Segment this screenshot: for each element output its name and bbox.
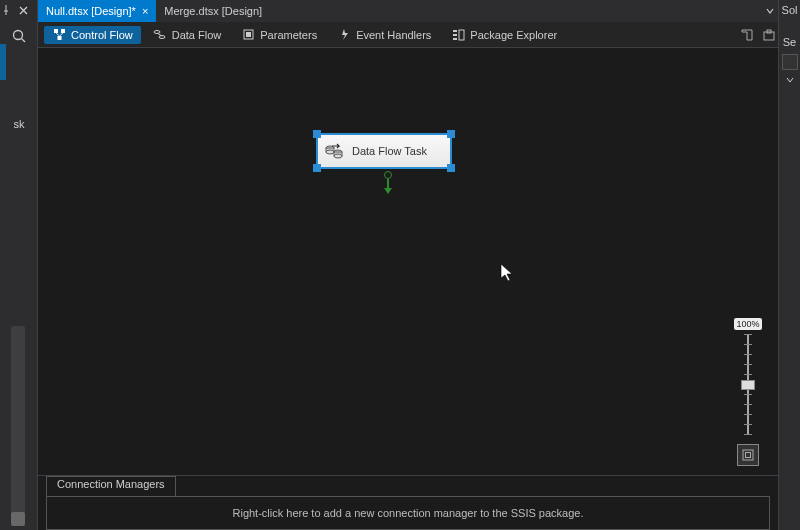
right-panel-icon[interactable] [782,54,798,70]
right-sidebar: Sol Se [778,0,800,530]
toolbar-label: Control Flow [71,29,133,41]
toolbar-label: Event Handlers [356,29,431,41]
tab-close-icon[interactable]: × [142,5,148,17]
package-explorer-icon [451,28,465,42]
zoom-fit-button[interactable] [737,444,759,466]
resize-handle[interactable] [447,164,455,172]
svg-point-20 [334,154,342,158]
close-icon[interactable] [19,6,33,15]
svg-point-0 [13,31,22,40]
connection-managers-tab[interactable]: Connection Managers [46,476,176,496]
design-canvas[interactable]: Data Flow Task 100% [38,48,778,475]
tab-control-flow[interactable]: Control Flow [44,26,141,44]
toolbar-label: Package Explorer [470,29,557,41]
sidebar-scrollbar-track[interactable] [11,326,25,526]
designer-toolbar: Control Flow Data Flow Parameters Event … [38,22,778,48]
svg-rect-8 [246,32,251,37]
document-tabstrip: Null.dtsx [Design]* × Merge.dtsx [Design… [38,0,778,22]
right-rail-sublabel: Se [783,36,796,48]
task-label: Data Flow Task [352,145,427,157]
data-flow-task-icon [324,142,344,160]
zoom-slider-thumb[interactable] [741,380,755,390]
active-tool-indicator [0,44,6,80]
search-icon[interactable] [9,26,29,46]
document-tab[interactable]: Merge.dtsx [Design] [156,0,270,22]
data-flow-task-node[interactable]: Data Flow Task [316,133,452,169]
svg-rect-23 [746,453,751,458]
left-sidebar: sk [0,0,38,530]
document-tab-label: Merge.dtsx [Design] [164,5,262,17]
svg-rect-10 [453,34,457,36]
sidebar-scrollbar-thumb[interactable] [11,512,25,526]
green-arrow-icon[interactable] [383,179,393,195]
resize-handle[interactable] [313,164,321,172]
right-rail-label: Sol [782,4,798,16]
svg-rect-22 [743,450,753,460]
svg-rect-2 [54,29,58,33]
svg-rect-11 [453,38,457,40]
cm-hint-text: Right-click here to add a new connection… [233,507,584,519]
connection-managers-body[interactable]: Right-click here to add a new connection… [46,496,770,530]
data-flow-icon [153,28,167,42]
sidebar-vertical-label: sk [2,118,36,131]
resize-handle[interactable] [313,130,321,138]
svg-rect-9 [453,30,457,32]
zoom-control: 100% [733,318,763,466]
connector-output-dot[interactable] [384,171,392,179]
document-tab-active[interactable]: Null.dtsx [Design]* × [38,0,156,22]
event-handlers-icon [337,28,351,42]
tab-overflow-icon[interactable] [762,0,778,22]
toolbar-label: Data Flow [172,29,222,41]
pin-icon[interactable] [1,5,15,15]
svg-rect-12 [459,30,464,40]
parameters-icon [241,28,255,42]
main-area: Null.dtsx [Design]* × Merge.dtsx [Design… [38,0,778,530]
zoom-slider-track[interactable] [747,334,749,434]
toolbox-icon[interactable] [760,26,778,44]
svg-rect-4 [57,36,61,40]
variables-icon[interactable] [738,26,756,44]
document-tab-label: Null.dtsx [Design]* [46,5,136,17]
tab-event-handlers[interactable]: Event Handlers [329,26,439,44]
svg-point-17 [326,150,334,154]
cm-tab-label: Connection Managers [57,478,165,490]
mouse-cursor-icon [500,263,514,283]
tab-package-explorer[interactable]: Package Explorer [443,26,565,44]
connection-managers-panel: Connection Managers Right-click here to … [38,475,778,530]
svg-line-1 [21,39,25,43]
tab-data-flow[interactable]: Data Flow [145,26,230,44]
svg-rect-3 [61,29,65,33]
resize-handle[interactable] [447,130,455,138]
zoom-value: 100% [734,318,761,330]
toolbar-label: Parameters [260,29,317,41]
control-flow-icon [52,28,66,42]
chevron-down-icon[interactable] [786,76,794,84]
tab-parameters[interactable]: Parameters [233,26,325,44]
